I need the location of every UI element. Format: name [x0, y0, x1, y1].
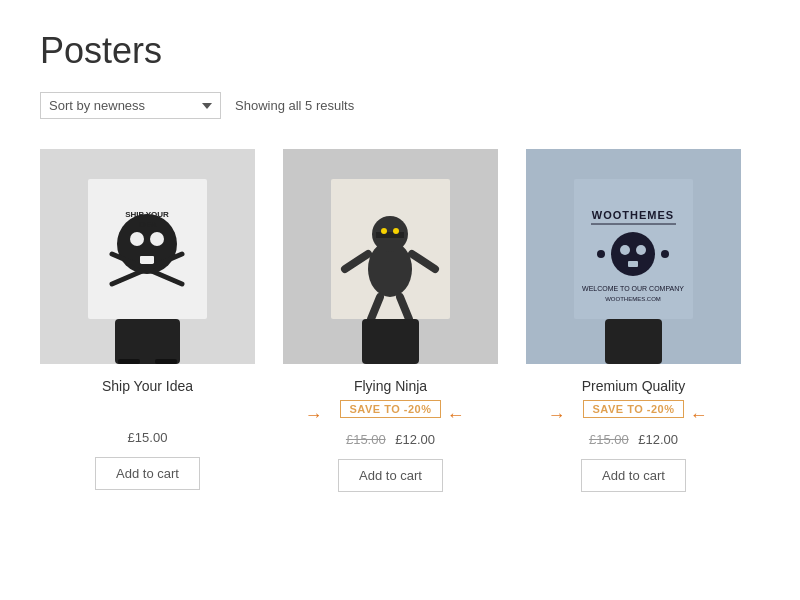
svg-rect-28 [362, 319, 419, 364]
price-sale-premium: £12.00 [638, 432, 678, 447]
product-card-premium-quality: WOOTHEMES WELCOME TO OUR COMPANY WOOTHEM… [526, 149, 741, 492]
price-original-premium: £15.00 [589, 432, 629, 447]
sort-select[interactable]: Sort by newness Sort by price: low to hi… [40, 92, 221, 119]
product-image-premium: WOOTHEMES WELCOME TO OUR COMPANY WOOTHEM… [526, 149, 741, 364]
premium-poster-svg: WOOTHEMES WELCOME TO OUR COMPANY WOOTHEM… [526, 149, 741, 364]
product-card-ship-your-idea: SHIP YOUR IDEA Ship Your Idea £15.00 Add… [40, 149, 255, 492]
price-single: £15.00 [128, 430, 168, 445]
arrow-left-premium [547, 406, 577, 420]
product-image-ship: SHIP YOUR IDEA [40, 149, 255, 364]
product-price-ninja: £15.00 £12.00 [346, 432, 435, 447]
svg-rect-13 [118, 359, 140, 364]
svg-rect-21 [376, 232, 404, 238]
svg-text:WOOTHEMES.COM: WOOTHEMES.COM [605, 296, 661, 302]
svg-point-36 [620, 245, 630, 255]
svg-point-23 [393, 228, 399, 234]
results-count: Showing all 5 results [235, 98, 354, 113]
product-price-premium: £15.00 £12.00 [589, 432, 678, 447]
svg-point-37 [636, 245, 646, 255]
svg-rect-7 [140, 256, 154, 264]
svg-text:SHIP YOUR: SHIP YOUR [125, 210, 169, 219]
svg-rect-14 [155, 359, 177, 364]
product-title-ninja: Flying Ninja [354, 378, 427, 394]
save-badge-premium: SAVE TO -20% [583, 400, 683, 418]
add-to-cart-ship[interactable]: Add to cart [95, 457, 200, 490]
svg-point-35 [611, 232, 655, 276]
arrow-right-premium [690, 406, 720, 420]
toolbar: Sort by newness Sort by price: low to hi… [40, 92, 760, 119]
svg-rect-38 [628, 261, 638, 267]
arrow-left-ninja [304, 406, 334, 420]
save-badge-row-premium: SAVE TO -20% [547, 400, 719, 426]
svg-point-40 [661, 250, 669, 258]
page-title: Posters [40, 30, 760, 72]
ship-poster-svg: SHIP YOUR IDEA [40, 149, 255, 364]
svg-rect-12 [115, 319, 180, 364]
svg-text:IDEA: IDEA [137, 220, 156, 229]
page-container: Posters Sort by newness Sort by price: l… [0, 0, 800, 522]
svg-point-22 [381, 228, 387, 234]
ninja-poster-svg [283, 149, 498, 364]
add-to-cart-premium[interactable]: Add to cart [581, 459, 686, 492]
svg-rect-43 [605, 319, 662, 364]
svg-text:WELCOME TO OUR COMPANY: WELCOME TO OUR COMPANY [582, 285, 684, 292]
product-card-flying-ninja: Flying Ninja SAVE TO -20% £15.00 £12.00 … [283, 149, 498, 492]
product-image-ninja [283, 149, 498, 364]
save-badge-ninja: SAVE TO -20% [340, 400, 440, 418]
add-to-cart-ninja[interactable]: Add to cart [338, 459, 443, 492]
products-grid: SHIP YOUR IDEA Ship Your Idea £15.00 Add… [40, 149, 760, 492]
save-badge-row-ninja: SAVE TO -20% [304, 400, 476, 426]
svg-point-39 [597, 250, 605, 258]
product-title-premium: Premium Quality [582, 378, 685, 394]
price-original-ninja: £15.00 [346, 432, 386, 447]
product-title-ship: Ship Your Idea [102, 378, 193, 394]
arrow-right-ninja [447, 406, 477, 420]
product-price-ship: £15.00 [128, 430, 168, 445]
svg-text:WOOTHEMES: WOOTHEMES [592, 209, 674, 221]
svg-point-6 [150, 232, 164, 246]
svg-point-5 [130, 232, 144, 246]
price-sale-ninja: £12.00 [395, 432, 435, 447]
